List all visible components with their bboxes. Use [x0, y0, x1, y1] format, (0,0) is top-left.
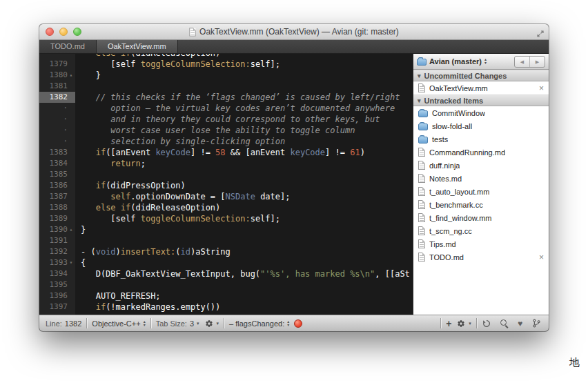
code-line[interactable]: // this checks if the ‘flags changed’ is… [75, 92, 413, 103]
line-number[interactable]: 1385 [39, 169, 75, 180]
file-item-notes-md[interactable]: Notes.md [413, 172, 549, 185]
section-header-uncommitted-changes[interactable]: ▾Uncommitted Changes [413, 70, 549, 81]
code-line[interactable]: and in theory they could correspond to o… [75, 114, 413, 125]
code-line[interactable]: self.optionDownDate = [NSDate date]; [75, 191, 413, 202]
disclosure-triangle-icon[interactable]: ▾ [418, 72, 421, 79]
line-number[interactable]: 1382 [39, 92, 75, 103]
editor-row: 1379 [self toggleColumnSelection:self]; [39, 59, 413, 70]
code-line[interactable]: return; [75, 158, 413, 169]
code-line[interactable] [75, 235, 413, 246]
code-line[interactable]: [self toggleColumnSelection:self]; [75, 59, 413, 70]
line-number[interactable]: 1384 [39, 158, 75, 169]
line-number[interactable]: 1387 [39, 191, 75, 202]
folder-item-slow-fold-all[interactable]: slow-fold-all [413, 119, 549, 132]
gear-icon [204, 319, 214, 328]
line-number[interactable]: · [39, 103, 75, 114]
document-proxy-icon[interactable] [189, 28, 196, 36]
file-item-duff-ninja[interactable]: duff.ninja [413, 159, 549, 172]
folder-item-tests[interactable]: tests [413, 132, 549, 146]
code-line[interactable] [75, 81, 413, 92]
fullscreen-icon[interactable] [537, 28, 544, 40]
code-line[interactable]: if([anEvent keyCode] != 58 && [anEvent k… [75, 147, 413, 158]
disclosure-triangle-icon[interactable]: ▾ [418, 97, 421, 104]
search-icon[interactable] [500, 319, 509, 328]
forward-icon[interactable]: ▶ [530, 57, 545, 67]
fold-up-icon[interactable]: ▴ [68, 70, 75, 81]
code-line[interactable]: option — the virtual key codes aren’t do… [75, 103, 413, 114]
line-number[interactable]: 1396 [39, 290, 75, 302]
line-number[interactable]: 1388 [39, 202, 75, 213]
line-number[interactable]: 1393▾ [39, 257, 75, 268]
file-item-t-benchmark-cc[interactable]: t_benchmark.cc [413, 198, 549, 211]
code-line[interactable] [75, 169, 413, 180]
file-item-t-auto-layout-mm[interactable]: t_auto_layout.mm [413, 185, 549, 198]
file-item-oaktextview-mm[interactable]: OakTextView.mm× [413, 81, 549, 95]
line-number[interactable] [39, 54, 75, 59]
code-token: (didReleaseOption) [130, 203, 220, 213]
file-item-todo-md[interactable]: TODO.md× [413, 250, 549, 264]
code-line[interactable]: } [75, 224, 413, 235]
line-number[interactable]: 1391 [39, 235, 75, 246]
code-line[interactable]: else if(didReleaseOption) [75, 202, 413, 213]
line-number[interactable]: 1395 [39, 279, 75, 290]
plus-icon[interactable]: + [446, 319, 451, 328]
file-item-t-scm-ng-cc[interactable]: t_scm_ng.cc [413, 224, 549, 237]
line-number[interactable]: 1379 [39, 59, 75, 70]
code-editor[interactable]: else if(didReleaseOption)1379 [self togg… [39, 54, 413, 315]
line-number[interactable]: · [39, 114, 75, 125]
code-line[interactable]: else if(didReleaseOption) [75, 54, 413, 59]
line-indicator[interactable]: Line: 1382 [46, 319, 81, 328]
line-number[interactable]: 1389 [39, 213, 75, 224]
tab-size-selector[interactable]: Tab Size: 3 ▾ [156, 319, 199, 328]
close-file-icon[interactable]: × [539, 84, 544, 92]
fold-up-icon[interactable]: ▴ [68, 224, 75, 235]
zoom-icon[interactable] [73, 28, 81, 36]
project-popup[interactable]: Avian (master) [429, 57, 482, 66]
file-item-commandrunning-md[interactable]: CommandRunning.md [413, 146, 549, 159]
bundle-actions-button[interactable]: ▾ [204, 319, 219, 328]
line-number[interactable]: 1380▴ [39, 70, 75, 81]
tab-oaktextview-mm[interactable]: OakTextView.mm [97, 40, 178, 53]
code-line[interactable]: [self toggleColumnSelection:self]; [75, 213, 413, 224]
file-item-t-find-window-mm[interactable]: t_find_window.mm [413, 211, 549, 224]
line-number[interactable]: 1383 [39, 147, 75, 158]
title-bar[interactable]: OakTextView.mm (OakTextView) — Avian (gi… [39, 24, 549, 40]
folder-item-commitwindow[interactable]: CommitWindow [413, 106, 549, 119]
code-line[interactable]: { [75, 257, 413, 268]
line-number[interactable]: 1381 [39, 81, 75, 92]
symbol-selector[interactable]: – flagsChanged: ▴▾ [229, 319, 289, 328]
line-number[interactable]: · [39, 136, 75, 147]
line-number[interactable]: 1397 [39, 302, 75, 313]
line-number[interactable]: 1392 [39, 246, 75, 257]
language-selector[interactable]: Objective-C++ ▴▾ [92, 319, 145, 328]
code-line[interactable]: - (void)insertText:(id)aString [75, 246, 413, 257]
fold-down-icon[interactable]: ▾ [68, 257, 75, 268]
file-item-tips-md[interactable]: Tips.md [413, 237, 549, 250]
actions-button[interactable]: ▾ [456, 319, 471, 328]
code-line[interactable]: worst case user lose the ability to togg… [75, 125, 413, 136]
code-line[interactable]: D(DBF_OakTextView_TextInput, bug("'%s', … [75, 268, 413, 279]
tab-todo-md[interactable]: TODO.md [39, 40, 97, 53]
heart-icon[interactable]: ♥ [518, 319, 522, 328]
popup-stepper-icon[interactable]: ▴▾ [484, 58, 487, 65]
record-icon[interactable] [294, 319, 302, 328]
code-line[interactable]: } [75, 70, 413, 81]
refresh-icon[interactable] [482, 319, 491, 328]
close-icon[interactable] [46, 28, 54, 36]
code-line[interactable]: AUTO_REFRESH; [75, 290, 413, 302]
minimize-icon[interactable] [59, 28, 68, 36]
line-number[interactable]: 1386 [39, 180, 75, 191]
code-line[interactable]: if(!markedRanges.empty()) [75, 302, 413, 313]
line-number[interactable]: 1394 [39, 268, 75, 279]
chevron-down-icon: ▾ [197, 321, 199, 326]
code-line[interactable]: selection by single-clicking option [75, 136, 413, 147]
section-header-untracked-items[interactable]: ▾Untracked Items [413, 95, 549, 106]
divider [224, 318, 224, 328]
line-number[interactable]: 1390▴ [39, 224, 75, 235]
code-line[interactable] [75, 279, 413, 290]
back-icon[interactable]: ◀ [515, 57, 530, 67]
close-file-icon[interactable]: × [539, 253, 544, 261]
line-number[interactable]: · [39, 125, 75, 136]
git-branch-icon[interactable] [531, 319, 541, 328]
code-line[interactable]: if(didPressOption) [75, 180, 413, 191]
